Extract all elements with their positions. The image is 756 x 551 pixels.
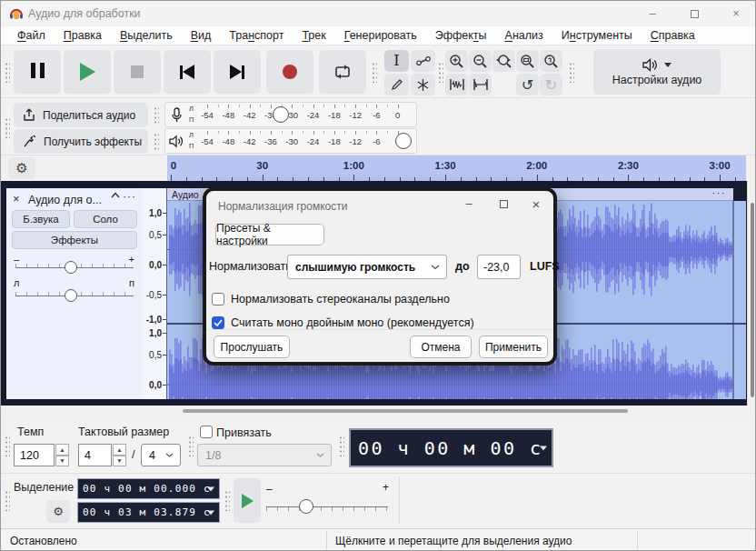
menu-item-edit[interactable]: Правка [55, 29, 111, 42]
maximize-button[interactable] [673, 1, 715, 26]
skip-to-start-button[interactable] [164, 50, 211, 94]
grip-time-display[interactable] [339, 435, 344, 456]
timeline-ruler[interactable]: 0301:001:302:002:303:00 [167, 155, 746, 181]
vertical-scrollbar-thumb[interactable] [751, 203, 754, 397]
envelope-tool-button[interactable] [411, 50, 435, 72]
collapse-track-icon[interactable] [111, 192, 120, 198]
dialog-maximize-button[interactable] [490, 196, 517, 210]
draw-tool-button[interactable] [384, 74, 409, 95]
clip-menu-icon[interactable]: ··· [712, 187, 727, 198]
mono-as-dual-checkbox[interactable] [212, 316, 224, 329]
grip-audio-setup[interactable] [569, 61, 574, 83]
time-format-caret-icon[interactable] [207, 486, 214, 491]
spinner-up-icon[interactable]: ▲ [113, 444, 126, 456]
track-menu-icon[interactable]: ··· [123, 190, 136, 203]
grip-share[interactable] [5, 116, 10, 138]
menu-item-select[interactable]: Выделить [111, 29, 182, 42]
pan-slider-handle[interactable] [65, 289, 77, 302]
horizontal-scrollbar-thumb[interactable] [183, 409, 628, 413]
fit-project-button[interactable] [516, 50, 539, 72]
presets-settings-button[interactable]: Пресеты & настройки [215, 224, 324, 245]
menu-item-view[interactable]: Вид [182, 29, 221, 42]
menu-item-file[interactable]: Файл [8, 29, 55, 42]
grip-tempo[interactable] [5, 435, 10, 456]
snap-interval-select[interactable]: 1/8 [197, 444, 332, 466]
menu-item-help[interactable]: Справка [642, 29, 704, 42]
play-button[interactable] [64, 50, 111, 94]
vertical-scale-ruler[interactable]: 1,00,50,0-0,5-1,01,00,50,0 [142, 188, 167, 399]
time-signature-spinner[interactable]: ▲▼ [113, 444, 126, 466]
preview-button[interactable]: Прослушать [214, 336, 290, 358]
recording-meter[interactable]: ЛП -54-48-42-36-30-24-18-12-60 [164, 102, 417, 127]
recording-volume-handle[interactable] [273, 106, 289, 123]
time-format-caret-icon[interactable] [207, 510, 214, 515]
menu-item-effects[interactable]: Эффекты [426, 29, 496, 42]
grip-tools[interactable] [372, 61, 377, 83]
horizontal-scrollbar[interactable] [1, 406, 756, 418]
grip-selection[interactable] [5, 489, 10, 511]
spinner-down-icon[interactable]: ▼ [113, 456, 126, 467]
grip-edit[interactable] [438, 61, 443, 83]
audio-position-display[interactable]: 00 ч 00 м 00 с [349, 428, 553, 467]
grip-snap[interactable] [188, 435, 194, 456]
grip-play-speed[interactable] [224, 489, 230, 511]
redo-button[interactable]: ↻ [540, 74, 562, 95]
apply-button[interactable]: Применить [479, 336, 548, 358]
get-effects-button[interactable]: Получить эффекты [14, 129, 148, 154]
multi-tool-button[interactable] [411, 74, 435, 95]
mute-button[interactable]: Б.звука [12, 210, 70, 228]
selection-tool-button[interactable]: I [384, 50, 409, 72]
dialog-close-button[interactable]: × [522, 196, 550, 212]
grip-transport[interactable] [5, 61, 10, 83]
zoom-in-button[interactable] [445, 50, 468, 72]
menu-item-track[interactable]: Трек [293, 29, 334, 42]
grip-playback-meter[interactable] [154, 132, 159, 150]
snap-checkbox[interactable] [200, 426, 213, 438]
fit-selection-button[interactable] [492, 50, 515, 72]
track-name[interactable]: Аудио для о... [28, 194, 102, 206]
skip-to-end-button[interactable] [214, 50, 261, 94]
solo-button[interactable]: Соло [74, 210, 137, 228]
effects-button[interactable]: Эффекты [12, 231, 137, 249]
close-button[interactable]: × [715, 1, 756, 26]
time-format-caret-icon[interactable] [540, 446, 547, 450]
record-button[interactable] [266, 50, 313, 94]
spinner-down-icon[interactable]: ▼ [55, 456, 69, 467]
spinner-up-icon[interactable]: ▲ [55, 444, 69, 456]
menu-item-transport[interactable]: Транспорт [220, 29, 293, 42]
silence-audio-button[interactable] [469, 74, 492, 95]
target-level-input[interactable]: -23,0 [477, 255, 521, 279]
play-speed-slider-handle[interactable] [299, 499, 313, 514]
time-signature-lower-select[interactable]: 4 [141, 444, 181, 466]
playback-volume-handle[interactable] [395, 133, 412, 149]
tempo-input[interactable]: 120 [14, 444, 55, 466]
gain-slider-handle[interactable] [65, 261, 77, 274]
playback-meter[interactable]: ЛП -54-48-42-36-30-24-18-12-60 [164, 128, 417, 154]
menu-item-generate[interactable]: Генерировать [335, 29, 426, 42]
grip-record-meter[interactable] [154, 105, 159, 124]
dialog-minimize-button[interactable]: – [455, 196, 482, 210]
selection-options-button[interactable]: ⚙ [46, 500, 70, 523]
play-at-speed-button[interactable] [234, 478, 261, 523]
zoom-toggle-button[interactable] [540, 50, 562, 72]
normalize-target-select[interactable]: слышимую громкость [287, 255, 447, 279]
undo-button[interactable]: ↺ [516, 74, 539, 95]
pause-button[interactable] [14, 50, 61, 94]
menu-item-analyze[interactable]: Анализ [496, 29, 552, 42]
selection-start-display[interactable]: 00 ч 00 м 00.000 с [77, 478, 220, 499]
selection-end-display[interactable]: 00 ч 03 м 03.879 с [77, 502, 220, 523]
audio-setup-button[interactable]: Настройки аудио [593, 49, 721, 95]
zoom-out-button[interactable] [469, 50, 492, 72]
timeline-options-button[interactable]: ⚙ [8, 157, 35, 179]
stop-button[interactable] [114, 50, 161, 94]
tempo-spinner[interactable]: ▲▼ [55, 444, 69, 466]
time-signature-upper-input[interactable]: 4 [78, 444, 112, 466]
trim-audio-button[interactable] [445, 74, 468, 95]
menu-item-tools[interactable]: Инструменты [552, 29, 642, 42]
cancel-button[interactable]: Отмена [410, 336, 472, 358]
track-close-icon[interactable]: × [13, 192, 20, 205]
minimize-button[interactable]: – [632, 1, 673, 26]
vertical-scrollbar[interactable] [747, 181, 756, 406]
normalize-stereo-checkbox[interactable] [212, 293, 224, 306]
share-audio-button[interactable]: Поделиться аудио [14, 103, 148, 127]
